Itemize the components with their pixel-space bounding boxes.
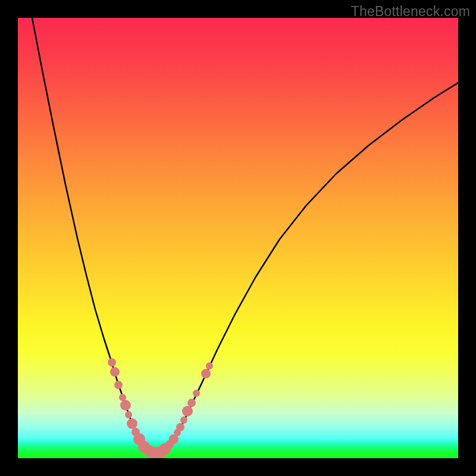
data-marker (180, 416, 187, 424)
data-marker (125, 411, 132, 418)
data-marker (127, 418, 137, 429)
data-marker (114, 381, 123, 389)
watermark-text: TheBottleneck.com (351, 4, 470, 20)
curve-markers (108, 358, 213, 458)
data-marker (187, 399, 196, 407)
data-marker (176, 423, 184, 431)
data-marker (108, 358, 116, 367)
data-marker (120, 400, 131, 411)
data-marker (182, 406, 193, 416)
data-marker (193, 390, 200, 397)
data-marker (206, 362, 213, 369)
plot-area (18, 18, 458, 458)
data-marker (201, 369, 211, 378)
data-marker (110, 367, 120, 377)
chart-frame: TheBottleneck.com (0, 0, 476, 476)
bottleneck-curve (18, 18, 458, 458)
curve-path (32, 18, 458, 453)
